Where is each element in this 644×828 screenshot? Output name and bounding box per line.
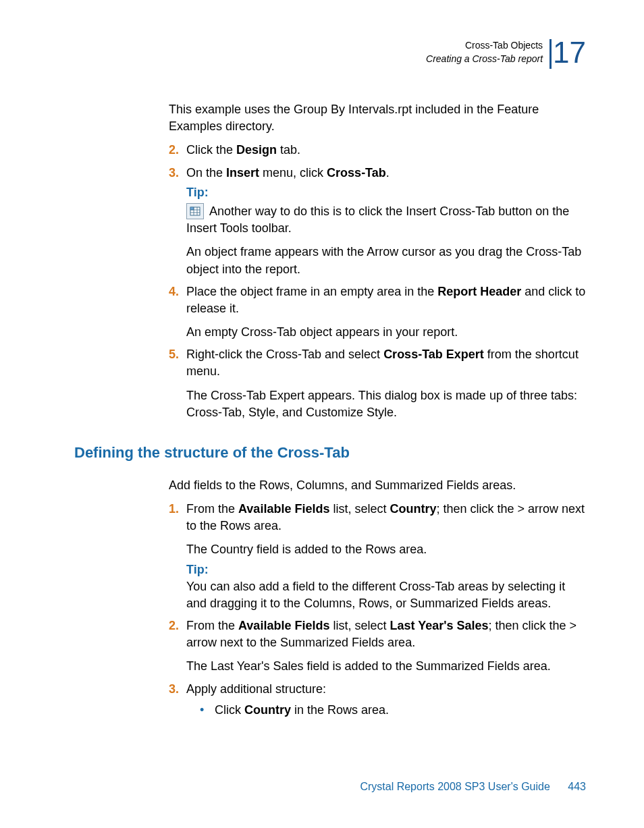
step-note: An object frame appears with the Arrow c…	[186, 244, 586, 277]
step-body: Right-click the Cross-Tab and select Cro…	[186, 346, 586, 421]
step-body: From the Available Fields list, select C…	[186, 501, 586, 612]
header-subsection: Creating a Cross-Tab report	[426, 53, 543, 64]
step-note: The Cross-Tab Expert appears. This dialo…	[186, 387, 586, 421]
step-note: The Last Year's Sales field is added to …	[186, 658, 586, 675]
step-number: 5.	[169, 346, 186, 421]
sub-bullet: • Click Country in the Rows area.	[200, 702, 586, 719]
header-section: Cross-Tab Objects	[465, 40, 543, 51]
step-body: Click the Design tab.	[186, 142, 586, 159]
s2-step-2: 2. From the Available Fields list, selec…	[169, 617, 586, 675]
page-content: This example uses the Group By Intervals…	[74, 101, 586, 724]
footer-doc-title: Crystal Reports 2008 SP3 User's Guide	[360, 781, 549, 792]
step-note: The Country field is added to the Rows a…	[186, 541, 586, 558]
step-body: From the Available Fields list, select L…	[186, 617, 586, 675]
step-note: An empty Cross-Tab object appears in you…	[186, 324, 586, 341]
chapter-number: 17	[553, 39, 586, 66]
footer-page-number: 443	[568, 781, 586, 792]
step-number: 1.	[169, 501, 186, 612]
step-4: 4. Place the object frame in an empty ar…	[169, 283, 586, 341]
step-5: 5. Right-click the Cross-Tab and select …	[169, 346, 586, 421]
section-heading: Defining the structure of the Cross-Tab	[74, 443, 586, 464]
step-3: 3. On the Insert menu, click Cross-Tab. …	[169, 165, 586, 278]
bullet-icon: •	[200, 702, 215, 719]
page-header: Cross-Tab Objects Creating a Cross-Tab r…	[426, 39, 586, 69]
step-body: Place the object frame in an empty area …	[186, 283, 586, 341]
step-number: 2.	[169, 142, 186, 159]
step-body: Apply additional structure: • Click Coun…	[186, 681, 586, 719]
tip-text: Another way to do this is to click the I…	[186, 204, 569, 235]
tip-label: Tip:	[186, 184, 586, 201]
step-number: 2.	[169, 617, 186, 675]
s2-step-3: 3. Apply additional structure: • Click C…	[169, 681, 586, 719]
step-2: 2. Click the Design tab.	[169, 142, 586, 159]
tip-text: You can also add a field to the differen…	[186, 578, 586, 612]
page-footer: Crystal Reports 2008 SP3 User's Guide 44…	[0, 779, 586, 794]
header-divider	[549, 39, 552, 69]
bullet-text: Click Country in the Rows area.	[215, 702, 389, 719]
cross-tab-icon	[186, 203, 204, 219]
tip-label: Tip:	[186, 561, 586, 578]
intro-paragraph: This example uses the Group By Intervals…	[169, 101, 586, 135]
svg-rect-1	[190, 207, 194, 210]
step-body: On the Insert menu, click Cross-Tab. Tip…	[186, 165, 586, 278]
step-number: 3.	[169, 681, 186, 719]
step-number: 3.	[169, 165, 186, 278]
step-number: 4.	[169, 283, 186, 341]
s2-step-1: 1. From the Available Fields list, selec…	[169, 501, 586, 612]
intro-paragraph-2: Add fields to the Rows, Columns, and Sum…	[169, 477, 586, 494]
